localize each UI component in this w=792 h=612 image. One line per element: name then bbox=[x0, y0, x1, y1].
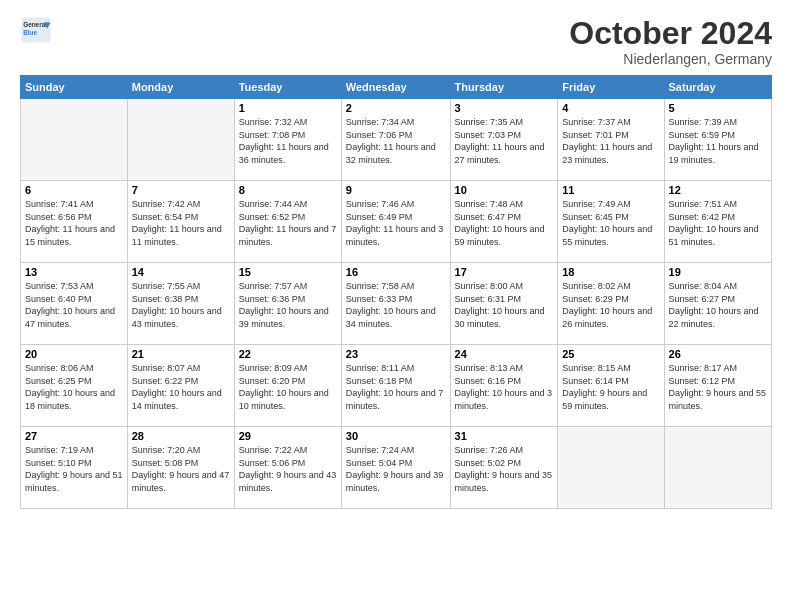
day-info: Sunrise: 7:35 AM Sunset: 7:03 PM Dayligh… bbox=[455, 116, 554, 166]
day-number: 8 bbox=[239, 184, 337, 196]
calendar-cell: 16Sunrise: 7:58 AM Sunset: 6:33 PM Dayli… bbox=[341, 263, 450, 345]
day-info: Sunrise: 7:24 AM Sunset: 5:04 PM Dayligh… bbox=[346, 444, 446, 494]
calendar-cell: 26Sunrise: 8:17 AM Sunset: 6:12 PM Dayli… bbox=[664, 345, 771, 427]
day-info: Sunrise: 7:55 AM Sunset: 6:38 PM Dayligh… bbox=[132, 280, 230, 330]
title-block: October 2024 Niederlangen, Germany bbox=[569, 16, 772, 67]
title-location: Niederlangen, Germany bbox=[569, 51, 772, 67]
day-number: 10 bbox=[455, 184, 554, 196]
day-info: Sunrise: 7:32 AM Sunset: 7:08 PM Dayligh… bbox=[239, 116, 337, 166]
day-info: Sunrise: 7:49 AM Sunset: 6:45 PM Dayligh… bbox=[562, 198, 659, 248]
day-number: 3 bbox=[455, 102, 554, 114]
day-info: Sunrise: 8:00 AM Sunset: 6:31 PM Dayligh… bbox=[455, 280, 554, 330]
day-info: Sunrise: 7:26 AM Sunset: 5:02 PM Dayligh… bbox=[455, 444, 554, 494]
column-header-wednesday: Wednesday bbox=[341, 76, 450, 99]
calendar-cell: 4Sunrise: 7:37 AM Sunset: 7:01 PM Daylig… bbox=[558, 99, 664, 181]
calendar-cell bbox=[558, 427, 664, 509]
svg-text:Blue: Blue bbox=[23, 29, 37, 36]
day-info: Sunrise: 8:04 AM Sunset: 6:27 PM Dayligh… bbox=[669, 280, 767, 330]
day-number: 16 bbox=[346, 266, 446, 278]
calendar-cell: 24Sunrise: 8:13 AM Sunset: 6:16 PM Dayli… bbox=[450, 345, 558, 427]
week-row-5: 27Sunrise: 7:19 AM Sunset: 5:10 PM Dayli… bbox=[21, 427, 772, 509]
day-number: 23 bbox=[346, 348, 446, 360]
calendar-page: General Blue October 2024 Niederlangen, … bbox=[0, 0, 792, 612]
day-number: 1 bbox=[239, 102, 337, 114]
week-row-4: 20Sunrise: 8:06 AM Sunset: 6:25 PM Dayli… bbox=[21, 345, 772, 427]
calendar-cell bbox=[127, 99, 234, 181]
calendar-cell: 17Sunrise: 8:00 AM Sunset: 6:31 PM Dayli… bbox=[450, 263, 558, 345]
calendar-cell: 8Sunrise: 7:44 AM Sunset: 6:52 PM Daylig… bbox=[234, 181, 341, 263]
day-number: 20 bbox=[25, 348, 123, 360]
calendar-cell: 31Sunrise: 7:26 AM Sunset: 5:02 PM Dayli… bbox=[450, 427, 558, 509]
calendar-cell: 6Sunrise: 7:41 AM Sunset: 6:56 PM Daylig… bbox=[21, 181, 128, 263]
day-info: Sunrise: 7:19 AM Sunset: 5:10 PM Dayligh… bbox=[25, 444, 123, 494]
calendar-cell: 7Sunrise: 7:42 AM Sunset: 6:54 PM Daylig… bbox=[127, 181, 234, 263]
day-number: 17 bbox=[455, 266, 554, 278]
calendar-cell: 14Sunrise: 7:55 AM Sunset: 6:38 PM Dayli… bbox=[127, 263, 234, 345]
calendar-cell: 12Sunrise: 7:51 AM Sunset: 6:42 PM Dayli… bbox=[664, 181, 771, 263]
day-number: 13 bbox=[25, 266, 123, 278]
calendar-cell: 11Sunrise: 7:49 AM Sunset: 6:45 PM Dayli… bbox=[558, 181, 664, 263]
day-info: Sunrise: 8:07 AM Sunset: 6:22 PM Dayligh… bbox=[132, 362, 230, 412]
calendar-cell: 27Sunrise: 7:19 AM Sunset: 5:10 PM Dayli… bbox=[21, 427, 128, 509]
day-number: 29 bbox=[239, 430, 337, 442]
calendar-cell: 10Sunrise: 7:48 AM Sunset: 6:47 PM Dayli… bbox=[450, 181, 558, 263]
header: General Blue October 2024 Niederlangen, … bbox=[20, 16, 772, 67]
day-number: 19 bbox=[669, 266, 767, 278]
day-info: Sunrise: 8:09 AM Sunset: 6:20 PM Dayligh… bbox=[239, 362, 337, 412]
day-number: 12 bbox=[669, 184, 767, 196]
column-header-friday: Friday bbox=[558, 76, 664, 99]
day-info: Sunrise: 7:41 AM Sunset: 6:56 PM Dayligh… bbox=[25, 198, 123, 248]
day-info: Sunrise: 7:22 AM Sunset: 5:06 PM Dayligh… bbox=[239, 444, 337, 494]
logo-icon: General Blue bbox=[20, 16, 52, 44]
calendar-header-row: SundayMondayTuesdayWednesdayThursdayFrid… bbox=[21, 76, 772, 99]
week-row-3: 13Sunrise: 7:53 AM Sunset: 6:40 PM Dayli… bbox=[21, 263, 772, 345]
day-info: Sunrise: 7:37 AM Sunset: 7:01 PM Dayligh… bbox=[562, 116, 659, 166]
day-number: 9 bbox=[346, 184, 446, 196]
day-number: 7 bbox=[132, 184, 230, 196]
day-number: 5 bbox=[669, 102, 767, 114]
calendar-cell: 9Sunrise: 7:46 AM Sunset: 6:49 PM Daylig… bbox=[341, 181, 450, 263]
day-info: Sunrise: 7:34 AM Sunset: 7:06 PM Dayligh… bbox=[346, 116, 446, 166]
day-info: Sunrise: 8:06 AM Sunset: 6:25 PM Dayligh… bbox=[25, 362, 123, 412]
calendar-cell: 15Sunrise: 7:57 AM Sunset: 6:36 PM Dayli… bbox=[234, 263, 341, 345]
day-number: 11 bbox=[562, 184, 659, 196]
column-header-tuesday: Tuesday bbox=[234, 76, 341, 99]
day-info: Sunrise: 7:20 AM Sunset: 5:08 PM Dayligh… bbox=[132, 444, 230, 494]
day-number: 15 bbox=[239, 266, 337, 278]
day-number: 31 bbox=[455, 430, 554, 442]
logo: General Blue bbox=[20, 16, 52, 44]
calendar-table: SundayMondayTuesdayWednesdayThursdayFrid… bbox=[20, 75, 772, 509]
day-info: Sunrise: 7:48 AM Sunset: 6:47 PM Dayligh… bbox=[455, 198, 554, 248]
week-row-1: 1Sunrise: 7:32 AM Sunset: 7:08 PM Daylig… bbox=[21, 99, 772, 181]
calendar-cell: 23Sunrise: 8:11 AM Sunset: 6:18 PM Dayli… bbox=[341, 345, 450, 427]
calendar-cell: 1Sunrise: 7:32 AM Sunset: 7:08 PM Daylig… bbox=[234, 99, 341, 181]
calendar-cell: 18Sunrise: 8:02 AM Sunset: 6:29 PM Dayli… bbox=[558, 263, 664, 345]
day-number: 18 bbox=[562, 266, 659, 278]
day-number: 4 bbox=[562, 102, 659, 114]
calendar-cell: 29Sunrise: 7:22 AM Sunset: 5:06 PM Dayli… bbox=[234, 427, 341, 509]
day-number: 2 bbox=[346, 102, 446, 114]
week-row-2: 6Sunrise: 7:41 AM Sunset: 6:56 PM Daylig… bbox=[21, 181, 772, 263]
column-header-monday: Monday bbox=[127, 76, 234, 99]
calendar-cell: 21Sunrise: 8:07 AM Sunset: 6:22 PM Dayli… bbox=[127, 345, 234, 427]
calendar-cell: 13Sunrise: 7:53 AM Sunset: 6:40 PM Dayli… bbox=[21, 263, 128, 345]
day-number: 28 bbox=[132, 430, 230, 442]
calendar-cell bbox=[21, 99, 128, 181]
day-number: 30 bbox=[346, 430, 446, 442]
calendar-cell: 19Sunrise: 8:04 AM Sunset: 6:27 PM Dayli… bbox=[664, 263, 771, 345]
day-info: Sunrise: 7:42 AM Sunset: 6:54 PM Dayligh… bbox=[132, 198, 230, 248]
calendar-cell: 25Sunrise: 8:15 AM Sunset: 6:14 PM Dayli… bbox=[558, 345, 664, 427]
calendar-cell: 20Sunrise: 8:06 AM Sunset: 6:25 PM Dayli… bbox=[21, 345, 128, 427]
day-info: Sunrise: 7:58 AM Sunset: 6:33 PM Dayligh… bbox=[346, 280, 446, 330]
day-info: Sunrise: 8:02 AM Sunset: 6:29 PM Dayligh… bbox=[562, 280, 659, 330]
calendar-cell: 22Sunrise: 8:09 AM Sunset: 6:20 PM Dayli… bbox=[234, 345, 341, 427]
day-info: Sunrise: 7:51 AM Sunset: 6:42 PM Dayligh… bbox=[669, 198, 767, 248]
column-header-sunday: Sunday bbox=[21, 76, 128, 99]
day-info: Sunrise: 7:57 AM Sunset: 6:36 PM Dayligh… bbox=[239, 280, 337, 330]
calendar-cell: 2Sunrise: 7:34 AM Sunset: 7:06 PM Daylig… bbox=[341, 99, 450, 181]
title-month: October 2024 bbox=[569, 16, 772, 51]
day-info: Sunrise: 8:15 AM Sunset: 6:14 PM Dayligh… bbox=[562, 362, 659, 412]
day-number: 25 bbox=[562, 348, 659, 360]
day-number: 6 bbox=[25, 184, 123, 196]
day-info: Sunrise: 7:46 AM Sunset: 6:49 PM Dayligh… bbox=[346, 198, 446, 248]
